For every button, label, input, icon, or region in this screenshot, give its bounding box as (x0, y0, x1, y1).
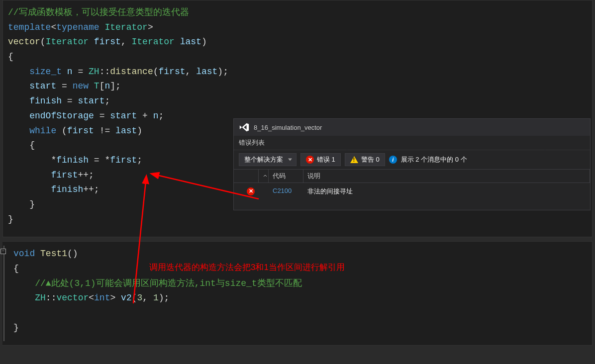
var-n: n (104, 81, 110, 91)
keyword-new: new (73, 81, 89, 91)
func-vector: vector (8, 37, 40, 47)
func-distance: distance (110, 67, 153, 77)
comment-line: //写成函数模板，可以接受任意类型的迭代器 (8, 7, 189, 17)
code-block-bottom[interactable]: − void Test1() { //▲此处(3,1)可能会调用区间构造方法,i… (2, 241, 593, 346)
row-icon-cell: ✕ (234, 186, 259, 197)
namespace-zh: ZH (35, 293, 46, 303)
member-finish: finish (29, 96, 62, 106)
type-iterator: Iterator (46, 37, 89, 47)
info-text: 展示 2 个消息中的 0 个 (401, 155, 467, 164)
fold-guide-line (3, 246, 4, 341)
dropdown-label: 整个解决方案 (244, 156, 283, 163)
th-icon[interactable] (234, 170, 259, 182)
type-iterator: Iterator (104, 22, 147, 32)
literal-1: 1 (153, 293, 159, 303)
member-finish: finish (56, 155, 89, 165)
keyword-void: void (13, 249, 35, 259)
param-first: first (94, 37, 121, 47)
member-start: start (78, 96, 104, 106)
func-test1: Test1 (40, 249, 67, 259)
keyword-typename: typename (56, 22, 99, 32)
info-icon: i (389, 156, 397, 164)
annotation-text: 调用迭代器的构造方法会把3和1当作区间进行解引用 (149, 262, 345, 273)
error-icon: ✕ (247, 187, 255, 195)
fold-toggle-icon[interactable]: − (0, 249, 6, 254)
var-n: n (153, 111, 159, 121)
solution-dropdown[interactable]: 整个解决方案 (239, 153, 297, 166)
arg-first: first (159, 67, 186, 77)
comment-line: //▲此处(3,1)可能会调用区间构造方法,int与size_t类型不匹配 (35, 278, 301, 288)
member-finish: finish (51, 184, 83, 194)
th-desc[interactable]: 说明 (303, 170, 590, 182)
error-filter-button[interactable]: ✕ 错误 1 (300, 153, 341, 166)
error-count-label: 错误 1 (317, 155, 335, 164)
type-T: T (94, 81, 99, 91)
var-first: first (67, 126, 94, 136)
literal-3: 3 (137, 293, 143, 303)
error-desc-cell: 非法的间接寻址 (303, 186, 590, 197)
type-sizet: size_t (29, 67, 62, 77)
member-endofstorage: endOfStorage (29, 111, 94, 121)
panel-title: 8_16_simulation_vector (234, 119, 590, 136)
th-sort[interactable] (259, 170, 269, 182)
warning-filter-button[interactable]: 警告 0 (345, 153, 385, 166)
keyword-template: template (8, 22, 51, 32)
type-iterator: Iterator (131, 37, 174, 47)
var-v2: v2 (121, 293, 132, 303)
type-vector: vector (56, 293, 89, 303)
th-code[interactable]: 代码 (269, 170, 303, 182)
error-table-row[interactable]: ✕ C2100 非法的间接寻址 (234, 183, 590, 200)
var-first: first (51, 170, 78, 180)
error-list-panel: 8_16_simulation_vector 错误列表 整个解决方案 ✕ 错误 … (233, 118, 591, 210)
member-start: start (29, 81, 56, 91)
visual-studio-icon (239, 122, 250, 133)
member-start: start (110, 111, 137, 121)
param-last: last (180, 37, 201, 47)
panel-toolbar: 整个解决方案 ✕ 错误 1 警告 0 i 展示 2 个消息中的 0 个 (234, 150, 590, 169)
panel-title-text: 8_16_simulation_vector (254, 124, 322, 131)
error-code-cell: C2100 (269, 186, 303, 197)
type-int: int (94, 293, 110, 303)
panel-subtitle: 错误列表 (234, 136, 590, 150)
error-icon: ✕ (306, 156, 314, 164)
var-n: n (67, 67, 73, 77)
keyword-while: while (29, 126, 56, 136)
warning-count-label: 警告 0 (361, 155, 380, 164)
namespace-zh: ZH (89, 67, 99, 77)
warning-icon (350, 156, 358, 163)
arg-last: last (196, 67, 217, 77)
var-last: last (115, 126, 137, 136)
error-table-header: 代码 说明 (234, 169, 590, 183)
var-first: first (110, 155, 137, 165)
